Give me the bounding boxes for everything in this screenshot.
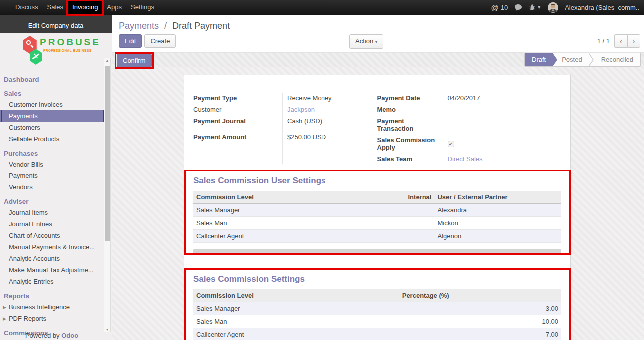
nav-item-sales[interactable]: Sales	[43, 0, 68, 15]
cell-value: Mickon	[434, 217, 561, 230]
field-value-payment-amount: $250.00 USD	[282, 131, 377, 143]
nav-item-settings[interactable]: Settings	[126, 0, 159, 15]
odoo-link[interactable]: Odoo	[61, 332, 78, 339]
field-row-sales-commission-apply: Sales Commission Apply✔	[377, 134, 562, 153]
create-button[interactable]: Create	[144, 34, 176, 48]
scroll-up-icon[interactable]: ▲	[104, 59, 110, 62]
expand-arrow-icon[interactable]: ▶	[3, 305, 6, 310]
sidebar-item-analytic-entries[interactable]: Analytic Entries	[0, 276, 104, 287]
form-background: Payment TypeReceive MoneyCustomerJackpso…	[112, 67, 644, 340]
field-label-payment-transaction: Payment Transaction	[377, 115, 443, 134]
sidebar-heading-adviser[interactable]: Adviser	[0, 196, 112, 207]
section-title-sales-commission-user-settings: Sales Commission User Settings	[193, 176, 561, 186]
sidebar-item-vendor-bills[interactable]: Vendor Bills	[0, 159, 104, 170]
sidebar-item-make-manual-tax-adjustme[interactable]: Make Manual Tax Adjustme...	[0, 264, 104, 276]
sidebar-heading-reports[interactable]: Reports	[0, 291, 112, 301]
sidebar-item-chart-of-accounts[interactable]: Chart of Accounts	[0, 230, 104, 241]
horizontal-scrollbar[interactable]	[193, 249, 561, 253]
sidebar-item-vendors[interactable]: Vendors	[0, 181, 104, 193]
table-header-row: Commission LevelInternalUser / External …	[193, 191, 561, 204]
edit-button[interactable]: Edit	[119, 34, 142, 48]
sidebar-item-manual-payments-invoice[interactable]: Manual Payments & Invoice...	[0, 241, 104, 253]
breadcrumb: Payments / Draft Payment	[119, 21, 230, 31]
sidebar-heading-sales[interactable]: Sales	[0, 88, 112, 99]
sidebar-menu: DashboardSalesCustomer InvoicesPaymentsC…	[0, 74, 112, 340]
sidebar-item-payments[interactable]: Payments	[0, 110, 104, 122]
scrollbar-thumb[interactable]	[105, 66, 110, 241]
field-value-payment-journal: Cash (USD)	[282, 115, 377, 127]
section-sales-commission-user-settings: Sales Commission User SettingsCommission…	[193, 176, 561, 253]
table-row: Sales Manager3.00	[193, 302, 561, 315]
mention-count: 10	[501, 4, 508, 11]
cell-level: Sales Man	[193, 217, 434, 230]
sidebar-item-customer-invoices[interactable]: Customer Invoices	[0, 99, 104, 110]
field-value-payment-transaction	[443, 115, 562, 134]
field-value-payment-type: Receive Money	[282, 92, 377, 104]
table-row: Callcenter AgentAlgenon	[193, 230, 561, 243]
field-row-payment-type: Payment TypeReceive Money	[193, 92, 377, 104]
column-header-percentage: Percentage (%)	[399, 289, 561, 302]
field-value-customer[interactable]: Jackpson	[282, 104, 377, 115]
sidebar-item-journal-items[interactable]: Journal Items	[0, 207, 104, 218]
expand-arrow-icon[interactable]: ▶	[3, 316, 6, 321]
chevron-down-icon: ▾	[375, 39, 378, 44]
table-row: Callcenter Agent7.00	[193, 328, 561, 340]
field-value-sales-commission-apply: ✔	[443, 134, 562, 153]
sidebar-heading-purchases[interactable]: Purchases	[0, 148, 112, 159]
avatar[interactable]	[548, 2, 558, 13]
sidebar-item-payments[interactable]: Payments	[0, 170, 104, 181]
cell-level: Callcenter Agent	[193, 328, 399, 340]
mentions-counter[interactable]: @ 10	[491, 3, 508, 12]
cell-level: Sales Manager	[193, 204, 434, 217]
action-dropdown[interactable]: Action ▾	[349, 34, 383, 49]
cell-level: Callcenter Agent	[193, 230, 434, 243]
field-label-sales-team: Sales Team	[377, 153, 443, 165]
column-header-commission-level: Commission Level	[193, 289, 399, 302]
field-row-payment-journal: Payment JournalCash (USD)	[193, 115, 377, 127]
main-area: Payments / Draft Payment Edit Create Act…	[112, 15, 644, 340]
table-header-row: Commission LevelPercentage (%)	[193, 289, 561, 302]
sidebar-scrollbar[interactable]: ▲ ▼	[104, 58, 111, 332]
pager-previous-button[interactable]: ‹	[614, 34, 627, 48]
sidebar-item-business-intelligence[interactable]: ▶Business Intelligence	[0, 301, 104, 313]
pager: 1 / 1 ‹ ›	[597, 34, 640, 48]
cell-value: 3.00	[399, 302, 561, 315]
field-value-payment-date: 04/20/2017	[443, 92, 562, 104]
sidebar-item-pdf-reports[interactable]: ▶PDF Reports	[0, 313, 104, 324]
confirm-button[interactable]: Confirm	[117, 54, 152, 67]
sidebar-item-customers[interactable]: Customers	[0, 122, 104, 133]
nav-item-discuss[interactable]: Discuss	[11, 0, 43, 15]
breadcrumb-payments-link[interactable]: Payments	[119, 21, 159, 31]
bug-icon[interactable]: ▼	[529, 4, 541, 11]
sidebar-item-journal-entries[interactable]: Journal Entries	[0, 218, 104, 230]
sidebar-heading-dashboard[interactable]: Dashboard	[0, 74, 112, 85]
table-sales-commission-user-settings: Commission LevelInternalUser / External …	[193, 191, 561, 243]
state-widget: DraftPostedReconciled	[524, 53, 641, 67]
state-reconciled[interactable]: Reconciled	[594, 53, 640, 66]
scroll-down-icon[interactable]: ▼	[104, 328, 110, 331]
edit-company-button[interactable]: Edit Company data	[0, 15, 112, 33]
user-menu[interactable]: Alexandra (Sales_comm..	[565, 4, 639, 11]
logo-title: PROBUSE	[40, 37, 101, 48]
checkbox-sales-commission-apply[interactable]: ✔	[448, 141, 454, 147]
control-panel: Payments / Draft Payment Edit Create Act…	[112, 15, 644, 52]
nav-item-apps[interactable]: Apps	[102, 0, 126, 15]
state-draft[interactable]: Draft	[525, 53, 553, 66]
sidebar-item-analytic-accounts[interactable]: Analytic Accounts	[0, 253, 104, 264]
pager-next-button[interactable]: ›	[627, 34, 640, 48]
top-navbar: DiscussSalesInvoicingAppsSettings @ 10 ▼…	[0, 0, 644, 15]
sidebar-item-sellable-products[interactable]: Sellable Products	[0, 133, 104, 145]
field-label-payment-amount: Payment Amount	[193, 131, 282, 143]
field-row-payment-amount: Payment Amount$250.00 USD	[193, 131, 377, 143]
field-value-sales-team[interactable]: Direct Sales	[443, 153, 562, 165]
field-label-payment-journal: Payment Journal	[193, 115, 282, 127]
cell-value: Alexandra	[434, 204, 561, 217]
state-posted[interactable]: Posted	[553, 53, 589, 66]
cell-value: Algenon	[434, 230, 561, 243]
column-header-user-partner: User / External Partner	[434, 191, 561, 204]
nav-item-invoicing[interactable]: Invoicing	[68, 0, 102, 15]
table-row: Sales ManagerAlexandra	[193, 204, 561, 217]
chat-bubble-icon[interactable]	[514, 4, 522, 11]
field-label-customer: Customer	[193, 104, 282, 115]
header-left-text: Commission Level	[196, 193, 254, 201]
